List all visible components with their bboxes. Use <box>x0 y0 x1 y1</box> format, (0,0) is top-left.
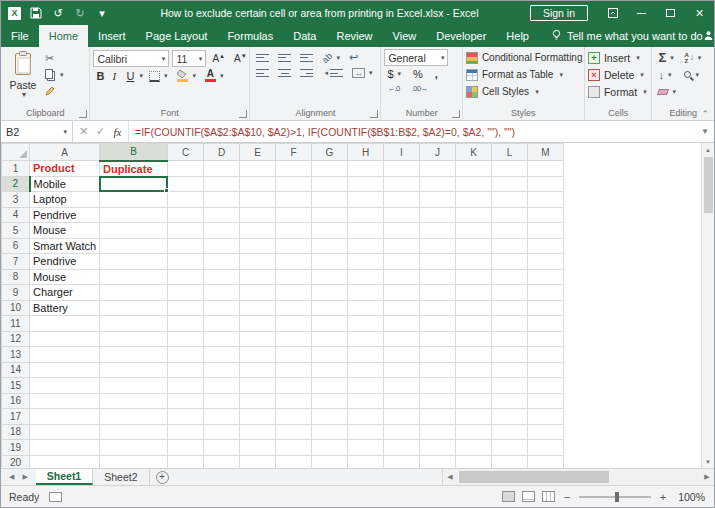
cell-E1[interactable] <box>240 161 276 177</box>
scroll-right-icon[interactable]: ▶ <box>700 473 714 481</box>
cell-B2[interactable] <box>100 176 168 192</box>
vertical-scrollbar[interactable]: ▲ ▼ <box>701 143 714 468</box>
zoom-out-icon[interactable]: − <box>562 491 572 503</box>
cell-K6[interactable] <box>456 238 492 254</box>
cell-B8[interactable] <box>100 269 168 285</box>
cell-C19[interactable] <box>168 440 204 456</box>
cell-C12[interactable] <box>168 331 204 347</box>
cell-H18[interactable] <box>348 424 384 440</box>
cell-F10[interactable] <box>276 300 312 316</box>
cell-B1[interactable]: Duplicate <box>100 161 168 177</box>
maximize-button[interactable] <box>656 1 685 25</box>
cell-L8[interactable] <box>492 269 528 285</box>
cell-B18[interactable] <box>100 424 168 440</box>
cell-F1[interactable] <box>276 161 312 177</box>
cell-I12[interactable] <box>384 331 420 347</box>
tab-data[interactable]: Data <box>283 25 326 47</box>
cell-C7[interactable] <box>168 254 204 270</box>
cell-B11[interactable] <box>100 316 168 332</box>
copy-button[interactable]: ▾ <box>42 68 67 82</box>
cell-L11[interactable] <box>492 316 528 332</box>
cell-J4[interactable] <box>420 207 456 223</box>
cell-F3[interactable] <box>276 192 312 208</box>
cell-D7[interactable] <box>204 254 240 270</box>
cell-D9[interactable] <box>204 285 240 301</box>
cell-M5[interactable] <box>528 223 564 239</box>
cell-G19[interactable] <box>312 440 348 456</box>
row-header-7[interactable]: 7 <box>2 254 30 270</box>
cell-A3[interactable]: Laptop <box>30 192 100 208</box>
row-header-10[interactable]: 10 <box>2 300 30 316</box>
save-icon[interactable] <box>29 6 43 20</box>
cell-L4[interactable] <box>492 207 528 223</box>
italic-button[interactable]: I <box>109 69 120 83</box>
cell-C11[interactable] <box>168 316 204 332</box>
cell-H7[interactable] <box>348 254 384 270</box>
row-header-15[interactable]: 15 <box>2 378 30 394</box>
scroll-up-icon[interactable]: ▲ <box>702 143 714 156</box>
cell-E11[interactable] <box>240 316 276 332</box>
cell-G1[interactable] <box>312 161 348 177</box>
cell-A15[interactable] <box>30 378 100 394</box>
cell-J20[interactable] <box>420 455 456 468</box>
collapse-ribbon-icon[interactable]: ⌃ <box>701 109 709 119</box>
cell-M20[interactable] <box>528 455 564 468</box>
cell-B13[interactable] <box>100 347 168 363</box>
row-header-14[interactable]: 14 <box>2 362 30 378</box>
cell-I10[interactable] <box>384 300 420 316</box>
find-select-button[interactable]: ▾ <box>681 70 707 80</box>
column-header-D[interactable]: D <box>204 144 240 161</box>
cell-J14[interactable] <box>420 362 456 378</box>
cell-H1[interactable] <box>348 161 384 177</box>
align-left-button[interactable] <box>253 67 272 79</box>
cell-L10[interactable] <box>492 300 528 316</box>
cell-L12[interactable] <box>492 331 528 347</box>
cell-F11[interactable] <box>276 316 312 332</box>
cell-J9[interactable] <box>420 285 456 301</box>
cell-J10[interactable] <box>420 300 456 316</box>
cell-D4[interactable] <box>204 207 240 223</box>
cell-I18[interactable] <box>384 424 420 440</box>
cell-K12[interactable] <box>456 331 492 347</box>
excel-app-icon[interactable]: X <box>8 7 21 20</box>
cell-M15[interactable] <box>528 378 564 394</box>
cell-C1[interactable] <box>168 161 204 177</box>
scroll-down-icon[interactable]: ▼ <box>702 455 714 468</box>
sheet-tab-sheet1[interactable]: Sheet1 <box>36 469 93 485</box>
row-header-3[interactable]: 3 <box>2 192 30 208</box>
cell-A19[interactable] <box>30 440 100 456</box>
row-header-19[interactable]: 19 <box>2 440 30 456</box>
cell-K2[interactable] <box>456 176 492 192</box>
name-box[interactable]: B2▾ <box>1 121 73 142</box>
cell-H19[interactable] <box>348 440 384 456</box>
cell-M14[interactable] <box>528 362 564 378</box>
undo-icon[interactable]: ↺ <box>51 6 65 20</box>
cell-D8[interactable] <box>204 269 240 285</box>
tab-insert[interactable]: Insert <box>88 25 136 47</box>
cell-D11[interactable] <box>204 316 240 332</box>
tab-review[interactable]: Review <box>326 25 382 47</box>
row-header-6[interactable]: 6 <box>2 238 30 254</box>
enter-formula-icon[interactable]: ✓ <box>92 125 109 138</box>
cell-C20[interactable] <box>168 455 204 468</box>
cell-L17[interactable] <box>492 409 528 425</box>
column-header-A[interactable]: A <box>30 144 100 161</box>
cell-E14[interactable] <box>240 362 276 378</box>
cell-H2[interactable] <box>348 176 384 192</box>
cell-K13[interactable] <box>456 347 492 363</box>
cell-A20[interactable] <box>30 455 100 468</box>
cell-B14[interactable] <box>100 362 168 378</box>
orientation-button[interactable]: ab▾ <box>319 52 343 64</box>
cell-K18[interactable] <box>456 424 492 440</box>
cell-C6[interactable] <box>168 238 204 254</box>
column-header-I[interactable]: I <box>384 144 420 161</box>
tab-developer[interactable]: Developer <box>426 25 496 47</box>
minimize-button[interactable] <box>627 1 656 25</box>
cell-E7[interactable] <box>240 254 276 270</box>
cell-H11[interactable] <box>348 316 384 332</box>
align-middle-button[interactable] <box>275 52 294 64</box>
cell-F14[interactable] <box>276 362 312 378</box>
cell-I1[interactable] <box>384 161 420 177</box>
cell-C2[interactable] <box>168 176 204 192</box>
cell-K14[interactable] <box>456 362 492 378</box>
